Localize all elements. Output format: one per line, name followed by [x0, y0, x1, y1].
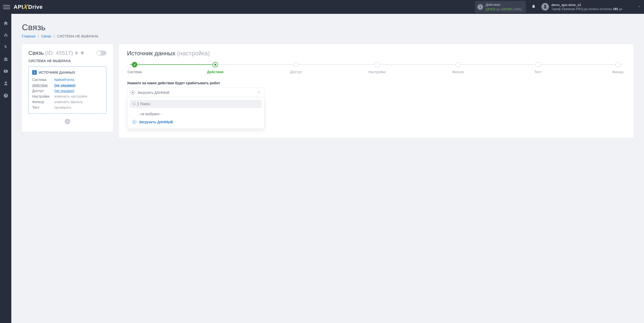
- actions-pct: (18%): [513, 7, 522, 11]
- home-icon[interactable]: [3, 20, 9, 26]
- v-settings[interactable]: изменить настройки: [54, 94, 103, 98]
- conn-subtitle: СИСТЕМА НЕ ВЫБРАНА: [28, 59, 106, 63]
- breadcrumb-home[interactable]: Главная: [22, 34, 35, 38]
- step-access[interactable]: Доступ: [289, 62, 304, 74]
- logo-x-icon: X: [23, 3, 28, 11]
- actions-used: 18'002: [486, 7, 495, 11]
- k-filter: Фильтр: [32, 100, 54, 104]
- page-title: Связь: [22, 22, 633, 32]
- k-action: Действие: [32, 83, 54, 87]
- step-action[interactable]: Действие: [207, 62, 224, 74]
- step-settings[interactable]: Настройки: [368, 62, 386, 74]
- step-filter[interactable]: Фильтр: [451, 62, 466, 74]
- v-filter[interactable]: изменить фильтр: [54, 100, 103, 104]
- rc-title-main: Источник данных: [127, 50, 175, 57]
- logo-left: API: [14, 4, 23, 10]
- main-content: Связь Главная / Связи / СИСТЕМА НЕ ВЫБРА…: [11, 14, 644, 323]
- logo[interactable]: API X Drive: [14, 3, 43, 11]
- search-input[interactable]: [140, 102, 259, 106]
- connection-toggle[interactable]: [96, 51, 106, 56]
- chevron-up-icon: [257, 90, 261, 95]
- v-access[interactable]: (не указано): [54, 89, 103, 93]
- k-test: Тест: [32, 105, 54, 109]
- source-box: 1 ИСТОЧНИК ДАННЫХ Система NativeForms Де…: [28, 66, 106, 114]
- dropdown-body: - не выбрано - Загрузить ДАННЫЕ: [127, 97, 264, 129]
- briefcase-icon[interactable]: [3, 57, 9, 62]
- user-menu[interactable]: demo_apix-drive_s3 Тариф |Премиум PRO| д…: [541, 3, 622, 11]
- connection-card: Связь (ID: 45517) СИСТЕМА НЕ ВЫБРАНА 1: [22, 44, 113, 132]
- help-icon[interactable]: [3, 93, 9, 98]
- actions-of: из: [496, 7, 500, 11]
- tariff-text: Тариф |Премиум PRO| до оплаты осталось 1…: [551, 7, 622, 11]
- gear-icon[interactable]: [80, 51, 84, 56]
- stepper: Система Действие Доступ Настройки Фильтр…: [127, 62, 625, 74]
- copy-icon[interactable]: [74, 51, 78, 56]
- dropdown-toggle[interactable]: Загрузить ДАННЫЕ: [127, 88, 264, 97]
- chevron-down-icon[interactable]: [637, 5, 641, 9]
- k-access: Доступ: [32, 89, 54, 93]
- topbar: API X Drive i Действия: 18'002 из 100'00…: [0, 0, 644, 14]
- actions-label: Действия:: [486, 3, 521, 7]
- user-name: demo_apix-drive_s3: [551, 3, 622, 7]
- menu-toggle[interactable]: [3, 4, 10, 11]
- action-dropdown: Загрузить ДАННЫЕ - не выбрано -: [127, 88, 264, 129]
- user-icon[interactable]: [3, 81, 9, 86]
- v-test[interactable]: проверить: [54, 105, 103, 109]
- search-icon: [132, 102, 136, 106]
- dropdown-search[interactable]: [130, 100, 262, 108]
- action-prompt: Укажите на какое действие будет срабатыв…: [127, 81, 625, 85]
- actions-counter[interactable]: i Действия: 18'002 из 100'000 (18%): [475, 1, 526, 13]
- v-action[interactable]: (не указано): [54, 83, 103, 87]
- step-test[interactable]: Тест: [530, 62, 545, 74]
- box-badge: 1: [32, 70, 37, 75]
- k-settings: Настройки: [32, 94, 54, 98]
- rc-title-sub: (настройка): [177, 50, 210, 57]
- box-title: ИСТОЧНИК ДАННЫХ: [39, 70, 75, 74]
- actions-total: 100'000: [501, 7, 512, 11]
- conn-id: (ID: 45517): [45, 50, 73, 56]
- info-icon: i: [477, 4, 483, 10]
- play-icon: [132, 120, 136, 124]
- bell-icon[interactable]: [531, 4, 536, 10]
- youtube-icon[interactable]: [3, 69, 9, 74]
- dropdown-value: Загрузить ДАННЫЕ: [137, 91, 170, 95]
- config-card: Источник данных (настройка) Система Дейс…: [119, 44, 633, 138]
- sitemap-icon[interactable]: [3, 32, 9, 38]
- step-system[interactable]: Система: [127, 62, 142, 74]
- breadcrumb-current: СИСТЕМА НЕ ВЫБРАНА: [57, 34, 98, 38]
- sidebar: [0, 14, 11, 323]
- step-finish[interactable]: Финиш: [610, 62, 625, 74]
- dollar-icon[interactable]: [3, 45, 9, 50]
- v-system[interactable]: NativeForms: [54, 78, 103, 82]
- breadcrumb-links[interactable]: Связи: [41, 34, 51, 38]
- add-button[interactable]: +: [65, 119, 70, 124]
- breadcrumb: Главная / Связи / СИСТЕМА НЕ ВЫБРАНА: [22, 34, 633, 38]
- option-load-data[interactable]: Загрузить ДАННЫЕ: [130, 118, 262, 126]
- conn-title: Связь: [28, 50, 44, 56]
- avatar-icon: [541, 3, 549, 11]
- logo-right: Drive: [28, 4, 43, 10]
- option-none[interactable]: - не выбрано -: [130, 110, 262, 118]
- play-icon: [131, 91, 135, 95]
- k-system: Система: [32, 78, 54, 82]
